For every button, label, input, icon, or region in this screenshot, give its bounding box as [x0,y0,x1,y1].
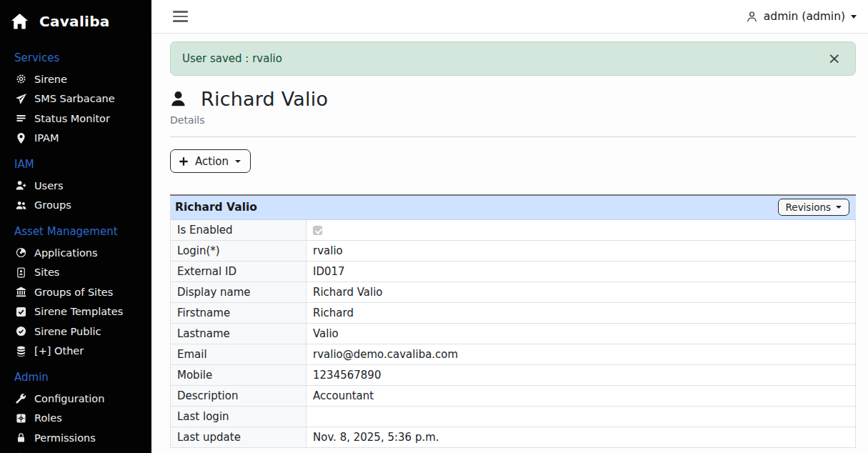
field-label: Last update [171,427,306,447]
app-circle-icon [16,247,26,258]
field-value: rvalio [306,240,856,261]
plus-icon [179,156,189,166]
sidebar-item-apikey[interactable]: ApiKey [0,448,151,453]
field-value: Valio [306,323,856,344]
sidebar-item-label: IPAM [34,132,59,144]
sidebar-item-status-monitor[interactable]: Status Monitor [0,109,151,129]
people-icon [16,200,26,211]
sidebar-item-label: Configuration [34,393,104,404]
sidebar-item-sms-sarbacane[interactable]: SMS Sarbacane [0,89,151,109]
table-row: External ID ID017 [171,261,856,282]
sidebar-item-label: SMS Sarbacane [34,93,115,104]
sidebar-section-iam: IAM Users Groups [0,157,151,215]
alert-close-button[interactable]: × [821,46,848,71]
brand-name: Cavaliba [39,13,110,30]
revisions-button-label: Revisions [786,201,831,213]
person-fill-icon [170,91,186,107]
sidebar-item-users[interactable]: Users [0,176,151,196]
revisions-dropdown-button[interactable]: Revisions [778,199,849,216]
sidebar-item-label: Sites [34,267,59,278]
field-value [306,406,856,427]
lock-icon [16,432,26,443]
main-content: User saved : rvalio × Richard Valio Deta… [151,34,868,453]
wrench-icon [16,393,26,404]
section-label-admin: Admin [0,370,151,384]
user-menu-dropdown[interactable]: admin (admin) [746,10,857,23]
sidebar: Cavaliba Services Sirene SMS Sarbacane S… [0,0,151,453]
sidebar-item-sirene[interactable]: Sirene [0,69,151,89]
user-label: admin (admin) [764,10,845,23]
home-icon [11,13,29,31]
person-outline-icon [746,11,758,23]
field-label: Mobile [171,364,306,385]
success-alert: User saved : rvalio × [170,41,856,76]
field-label: Is Enabled [171,219,306,240]
sidebar-item-roles[interactable]: Roles [0,409,151,429]
sidebar-item-label: Groups [34,199,71,211]
field-label: Last login [171,406,306,427]
field-label: Email [171,344,306,364]
sidebar-item-groups[interactable]: Groups [0,196,151,216]
card-header-title: Richard Valio [175,201,257,214]
sidebar-item-label: Users [34,180,64,191]
field-value: 1234567890 [306,364,856,385]
field-label: Lastname [171,323,306,344]
table-row: Is Enabled [171,219,856,240]
divider [170,136,856,137]
page-subtitle: Details [170,114,856,126]
table-row: Email rvalio@demo.cavaliba.com [171,344,856,364]
send-icon [16,94,26,104]
sidebar-item-configuration[interactable]: Configuration [0,389,151,409]
field-value: Richard Valio [306,282,856,302]
page-title-text: Richard Valio [201,88,328,110]
badge-icon [16,267,26,278]
chevron-down-icon [836,206,842,209]
sidebar-item-label: Sirene Templates [34,306,123,317]
sidebar-item-label: Permissions [34,432,96,444]
topbar: admin (admin) [151,0,868,34]
sidebar-item-ipam[interactable]: IPAM [0,129,151,149]
table-row: Description Accountant [171,385,856,406]
table-row: Lastname Valio [171,323,856,344]
person-plus-icon [16,180,26,191]
gear-icon [16,74,26,84]
sidebar-section-admin: Admin Configuration Roles Permissions [0,370,151,453]
table-row: Last login [171,406,856,427]
sidebar-item-label: Applications [34,247,98,259]
hamburger-icon[interactable] [171,8,189,25]
sidebar-item-applications[interactable]: Applications [0,243,151,263]
field-label: Display name [171,282,306,302]
field-value: Richard [306,302,856,323]
chevron-down-icon [851,15,857,19]
section-label-services: Services [0,51,151,65]
action-button-label: Action [195,155,229,168]
is-enabled-checkbox[interactable] [313,226,322,235]
field-label: Login(*) [171,240,306,261]
field-label: Firstname [171,302,306,323]
table-row: Firstname Richard [171,302,856,323]
sidebar-item-label: [+] Other [34,345,84,357]
sidebar-item-label: Sirene [34,74,67,85]
chevron-down-icon [235,160,241,163]
sidebar-section-asset-management: Asset Management Applications Sites [0,224,151,361]
sidebar-item-sites[interactable]: Sites [0,263,151,283]
page-title: Richard Valio [170,88,856,110]
geo-pin-icon [16,133,26,144]
sidebar-item-groups-of-sites[interactable]: Groups of Sites [0,282,151,302]
table-row: Login(*) rvalio [171,240,856,261]
section-label-asset-management: Asset Management [0,224,151,239]
action-dropdown-button[interactable]: Action [170,149,251,173]
vault-icon [16,413,26,424]
list-lines-icon [16,113,26,124]
field-value [306,219,856,240]
sidebar-item-sirene-templates[interactable]: Sirene Templates [0,302,151,322]
sidebar-item-other[interactable]: [+] Other [0,342,151,362]
sidebar-item-label: Roles [34,412,62,424]
field-value: Accountant [306,385,856,406]
sidebar-item-label: Sirene Public [34,326,101,337]
sidebar-item-sirene-public[interactable]: Sirene Public [0,322,151,342]
sidebar-section-services: Services Sirene SMS Sarbacane Status Mon… [0,51,151,148]
bank-icon [16,287,26,297]
brand[interactable]: Cavaliba [0,0,151,41]
sidebar-item-permissions[interactable]: Permissions [0,428,151,448]
